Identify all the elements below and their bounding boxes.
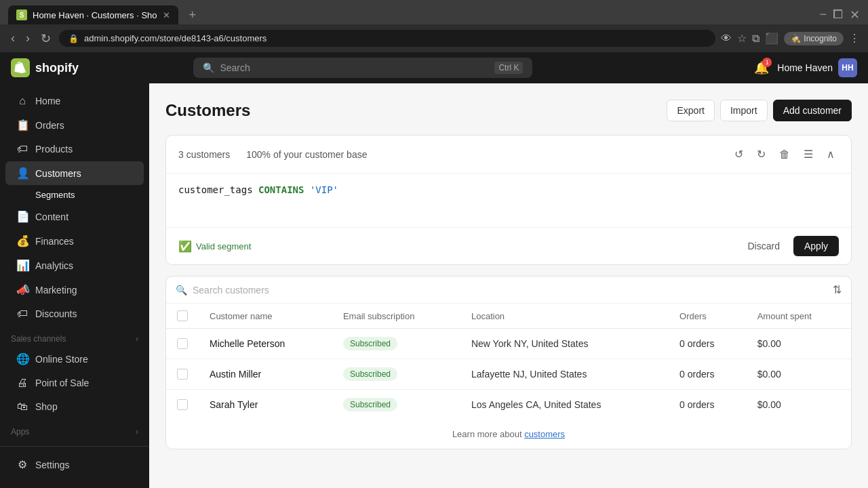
notification-button[interactable]: 🔔 1: [754, 60, 769, 75]
add-customer-button[interactable]: Add customer: [773, 100, 852, 121]
incognito-badge: 🕵 Incognito: [784, 32, 844, 45]
sidebar-item-products[interactable]: 🏷 Products: [5, 138, 144, 161]
shopify-topbar: shopify 🔍 Search Ctrl K 🔔 1 Home Haven H…: [0, 52, 868, 83]
sidebar-footer: ⚙ Settings: [0, 446, 149, 488]
delete-segment-button[interactable]: 🗑: [775, 146, 794, 163]
lock-icon: 🔒: [68, 34, 79, 43]
url-text: admin.shopify.com/store/de8143-a6/custom…: [84, 33, 267, 43]
row-name[interactable]: Sarah Tyler: [199, 390, 332, 420]
row-name[interactable]: Michelle Peterson: [199, 329, 332, 359]
row-checkbox[interactable]: [177, 369, 188, 380]
sidebar-item-customers[interactable]: 👤 Customers: [5, 161, 144, 185]
sort-button[interactable]: ⇅: [833, 283, 842, 296]
address-bar[interactable]: 🔒 admin.shopify.com/store/de8143-a6/cust…: [59, 30, 715, 47]
sidebar-item-label: Point of Sale: [35, 378, 89, 388]
sidebar-item-label: Shop: [35, 401, 58, 412]
segment-footer-actions: Discard Apply: [740, 236, 840, 256]
import-button[interactable]: Import: [720, 100, 768, 121]
eye-slash-icon: 👁: [721, 33, 732, 45]
export-button[interactable]: Export: [667, 100, 714, 121]
incognito-icon: 🕵: [791, 34, 801, 43]
window-controls: − ⧠ ✕: [819, 7, 860, 22]
browser-tab[interactable]: S Home Haven · Customers · Sho ✕: [8, 5, 178, 24]
table-footer: Learn more about customers: [166, 420, 851, 449]
customers-icon: 👤: [16, 167, 28, 180]
back-button[interactable]: ‹: [8, 31, 18, 45]
collapse-button[interactable]: ∧: [823, 145, 839, 163]
redo-button[interactable]: ↻: [753, 145, 770, 163]
content-icon: 📄: [16, 210, 28, 223]
browser-chrome: S Home Haven · Customers · Sho ✕ + − ⧠ ✕…: [0, 0, 868, 52]
close-button[interactable]: ✕: [850, 7, 860, 22]
row-amount-spent: $0.00: [747, 390, 851, 420]
select-all-checkbox[interactable]: [177, 310, 188, 321]
row-checkbox[interactable]: [177, 399, 188, 410]
extension-icon[interactable]: ⧉: [752, 33, 760, 45]
reload-button[interactable]: ↻: [38, 31, 54, 46]
header-actions: Export Import Add customer: [667, 100, 852, 121]
minimize-button[interactable]: −: [819, 7, 827, 22]
sidebar-item-analytics[interactable]: 📊 Analytics: [5, 253, 144, 277]
bookmark-icon[interactable]: ☆: [737, 32, 747, 45]
valid-segment-indicator: ✅ Valid segment: [178, 240, 251, 253]
customers-table: Customer name Email subscription Locatio…: [166, 304, 851, 420]
new-tab-button[interactable]: +: [184, 8, 202, 22]
browser-right-icons: 👁 ☆ ⧉ ⬛ 🕵 Incognito ⋮: [721, 32, 860, 45]
incognito-label: Incognito: [804, 34, 837, 43]
page-title: Customers: [165, 101, 250, 120]
row-amount-spent: $0.00: [747, 329, 851, 359]
row-checkbox-cell: [166, 359, 199, 390]
sidebar-item-label: Orders: [35, 120, 64, 131]
row-name[interactable]: Austin Miller: [199, 359, 332, 390]
sidebar-item-finances[interactable]: 💰 Finances: [5, 229, 144, 253]
finances-icon: 💰: [16, 235, 28, 247]
undo-button[interactable]: ↺: [730, 145, 747, 163]
pos-icon: 🖨: [16, 377, 28, 389]
filter-button[interactable]: ☰: [800, 145, 817, 163]
apps-label: Apps ›: [0, 419, 149, 439]
tab-groups-icon[interactable]: ⬛: [765, 32, 778, 45]
row-email-subscription: Subscribed: [332, 359, 460, 390]
sales-channels-expand-icon[interactable]: ›: [136, 334, 138, 344]
sidebar-item-shop[interactable]: 🛍 Shop: [5, 395, 144, 418]
apply-button[interactable]: Apply: [793, 236, 839, 256]
column-header-name: Customer name: [199, 304, 332, 329]
sidebar-item-label: Home: [35, 96, 60, 106]
sidebar-item-discounts[interactable]: 🏷 Discounts: [5, 302, 144, 325]
tab-title: Home Haven · Customers · Sho: [33, 10, 157, 20]
sidebar-item-settings[interactable]: ⚙ Settings: [5, 453, 144, 476]
customers-link[interactable]: customers: [524, 429, 565, 439]
sidebar-item-content[interactable]: 📄 Content: [5, 205, 144, 228]
table-search-bar: 🔍 ⇅: [166, 277, 851, 304]
forward-button[interactable]: ›: [23, 31, 33, 45]
base-percentage: 100% of your customer base: [246, 149, 367, 160]
segment-editor[interactable]: customer_tags CONTAINS 'VIP': [166, 174, 851, 228]
table-row[interactable]: Michelle Peterson Subscribed New York NY…: [166, 329, 851, 359]
column-header-location: Location: [460, 304, 669, 329]
valid-label: Valid segment: [196, 241, 251, 251]
sidebar-item-online-store[interactable]: 🌐 Online Store: [5, 347, 144, 371]
table-row[interactable]: Sarah Tyler Subscribed Los Angeles CA, U…: [166, 390, 851, 420]
table-row[interactable]: Austin Miller Subscribed Lafayette NJ, U…: [166, 359, 851, 390]
store-switcher[interactable]: Home Haven HH: [777, 58, 857, 77]
online-store-icon: 🌐: [16, 352, 28, 365]
discard-button[interactable]: Discard: [740, 236, 788, 256]
menu-button[interactable]: ⋮: [849, 32, 860, 45]
row-amount-spent: $0.00: [747, 359, 851, 390]
sidebar-item-home[interactable]: ⌂ Home: [5, 89, 144, 113]
maximize-button[interactable]: ⧠: [832, 7, 844, 22]
row-checkbox[interactable]: [177, 338, 188, 349]
customer-search-input[interactable]: [193, 285, 827, 296]
apps-expand-icon[interactable]: ›: [136, 427, 138, 436]
footer-text: Learn more about: [452, 429, 524, 439]
sidebar-item-marketing[interactable]: 📣 Marketing: [5, 278, 144, 302]
sidebar-item-orders[interactable]: 📋 Orders: [5, 113, 144, 137]
global-search[interactable]: 🔍 Search Ctrl K: [193, 58, 532, 78]
segment-footer: ✅ Valid segment Discard Apply: [166, 228, 851, 264]
search-placeholder: Search: [220, 62, 250, 73]
sidebar-item-point-of-sale[interactable]: 🖨 Point of Sale: [5, 371, 144, 394]
sidebar-sub-item-segments[interactable]: Segments: [5, 186, 144, 204]
browser-toolbar: ‹ › ↻ 🔒 admin.shopify.com/store/de8143-a…: [0, 24, 868, 52]
tab-close-button[interactable]: ✕: [163, 10, 170, 20]
segment-code: customer_tags CONTAINS 'VIP': [178, 184, 839, 195]
